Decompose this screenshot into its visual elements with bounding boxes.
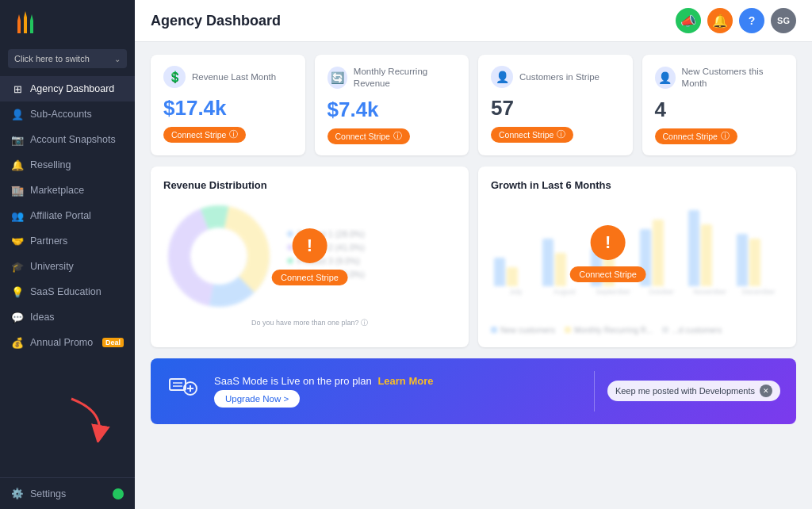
bar-label: December	[742, 288, 776, 296]
bar-label: September	[596, 288, 630, 296]
page-title: Agency Dashboard	[151, 13, 281, 29]
stat-label: Customers in Stripe	[519, 71, 599, 83]
nav-label: University	[30, 261, 124, 272]
legend-color	[491, 327, 497, 333]
connect-stripe-button-3[interactable]: Connect Stripe ⓘ	[491, 127, 573, 143]
bar-label: August	[553, 288, 576, 296]
svg-marker-5	[30, 14, 33, 21]
bar-mrr	[653, 220, 664, 286]
sidebar-item-partners[interactable]: 🤝 Partners	[0, 228, 135, 254]
nav-label: Reselling	[30, 159, 124, 170]
logo	[0, 0, 135, 44]
content-area: 💲 Revenue Last Month $17.4k Connect Stri…	[135, 42, 812, 509]
sidebar-item-agency-dashboard[interactable]: ⊞ Agency Dashboard	[0, 76, 135, 101]
sidebar: Click here to switch ⌄ ⊞ Agency Dashboar…	[0, 0, 135, 509]
btn-label: Connect Stripe	[335, 132, 390, 141]
connect-stripe-overlay-btn-2[interactable]: Connect Stripe	[569, 266, 646, 282]
money-icon: 💰	[11, 336, 24, 349]
sidebar-switcher[interactable]: Click here to switch ⌄	[8, 49, 127, 68]
bar-pair	[494, 258, 538, 286]
bottom-banner: SaaS Mode is Live on the pro plan Learn …	[151, 358, 796, 424]
bar-group-nov: November	[688, 210, 732, 296]
refresh-icon: 🔄	[327, 67, 347, 89]
sidebar-item-account-snapshots[interactable]: 📷 Account Snapshots	[0, 127, 135, 152]
avatar[interactable]: SG	[771, 8, 796, 33]
red-arrow-annotation	[56, 395, 111, 446]
legend-mrr: Monthly Recurring R...	[565, 326, 653, 335]
connect-stripe-button-2[interactable]: Connect Stripe ⓘ	[327, 128, 410, 144]
stat-header: 👤 New Customers this Month	[655, 66, 784, 90]
svg-marker-4	[30, 21, 33, 33]
topbar-icons: 📣 🔔 ? SG	[676, 8, 796, 33]
settings-label: Settings	[30, 488, 66, 499]
logo-icon	[13, 11, 41, 36]
stat-header: 💲 Revenue Last Month	[163, 66, 293, 88]
legend-new-customers: New customers	[491, 326, 555, 335]
revenue-distribution-card: Revenue Distribution Product 1 (28.0%)	[151, 166, 469, 347]
learn-more-link[interactable]: Learn More	[377, 375, 433, 387]
legend-label: New customers	[500, 326, 555, 335]
alert-icon-btn[interactable]: 🔔	[707, 8, 733, 33]
sidebar-item-annual-promo[interactable]: 💰 Annual Promo Deal	[0, 330, 135, 355]
nav-label: Ideas	[30, 312, 124, 323]
nav-label: Partners	[30, 235, 124, 247]
stat-label: Monthly Recurring Revenue	[354, 66, 456, 90]
chart-title: Growth in Last 6 Months	[491, 179, 783, 191]
connect-stripe-button-1[interactable]: Connect Stripe ⓘ	[163, 127, 246, 143]
stat-label: New Customers this Month	[682, 66, 783, 90]
btn-label: Connect Stripe	[663, 132, 718, 141]
svg-marker-1	[17, 14, 21, 21]
legend-label: ...d customers	[672, 326, 722, 335]
help-icon-btn[interactable]: ?	[739, 8, 764, 33]
revenue-warning-overlay: ! Connect Stripe	[271, 228, 348, 285]
stat-card-revenue: 💲 Revenue Last Month $17.4k Connect Stri…	[151, 55, 305, 155]
group-icon: 👥	[11, 209, 24, 222]
sidebar-item-ideas[interactable]: 💬 Ideas	[0, 304, 135, 330]
exclamation: !	[605, 232, 611, 253]
banner-main-text: SaaS Mode is Live on the pro plan Learn …	[214, 375, 581, 387]
growth-warning-overlay: ! Connect Stripe	[569, 225, 646, 282]
stats-row: 💲 Revenue Last Month $17.4k Connect Stri…	[151, 55, 796, 155]
stat-card-new-customers: 👤 New Customers this Month 4 Connect Str…	[642, 55, 797, 155]
sidebar-item-saas-education[interactable]: 💡 SaaS Education	[0, 279, 135, 304]
store-icon: 🏬	[11, 184, 24, 197]
deal-badge: Deal	[102, 338, 124, 347]
chart-title: Revenue Distribution	[163, 179, 456, 191]
sidebar-item-marketplace[interactable]: 🏬 Marketplace	[0, 178, 135, 203]
donut-chart	[163, 201, 274, 312]
svg-rect-12	[170, 379, 186, 390]
info-icon: ⓘ	[721, 131, 730, 142]
grid-icon: ⊞	[11, 82, 24, 95]
green-dot	[113, 488, 124, 499]
warning-icon: !	[292, 228, 327, 263]
connect-stripe-overlay-btn-1[interactable]: Connect Stripe	[271, 270, 348, 285]
bar-new	[688, 210, 699, 286]
bar-new	[494, 258, 505, 286]
gear-icon: ⚙️	[11, 488, 24, 499]
nav-label: Marketplace	[30, 185, 124, 196]
lightbulb-icon: 💡	[11, 285, 24, 298]
sidebar-item-affiliate-portal[interactable]: 👥 Affiliate Portal	[0, 203, 135, 228]
chart-footer-text: Do you have more than one plan? ⓘ	[163, 318, 456, 328]
main-content: Agency Dashboard 📣 🔔 ? SG 💲 Revenue Last…	[135, 0, 812, 509]
bar-mrr	[749, 239, 760, 286]
bar-mrr	[555, 253, 566, 286]
avatar-label: SG	[777, 16, 790, 25]
chart-legend: New customers Monthly Recurring R... ...…	[491, 326, 783, 335]
saas-text: SaaS Mode is Live on the pro plan	[214, 375, 372, 387]
sidebar-item-reselling[interactable]: 🔔 Reselling	[0, 152, 135, 178]
sidebar-item-university[interactable]: 🎓 University	[0, 254, 135, 279]
sidebar-settings[interactable]: ⚙️ Settings	[0, 477, 135, 509]
upgrade-now-button[interactable]: Upgrade Now >	[214, 390, 300, 408]
tag-close-button[interactable]: ✕	[760, 385, 772, 397]
tag-text: Keep me posted with Developments	[615, 386, 755, 396]
sidebar-item-sub-accounts[interactable]: 👤 Sub-Accounts	[0, 101, 135, 127]
bar-new	[737, 234, 748, 286]
notification-icon-btn[interactable]: 📣	[676, 8, 701, 33]
svg-marker-0	[17, 21, 21, 33]
connect-stripe-button-4[interactable]: Connect Stripe ⓘ	[655, 128, 737, 144]
bell-icon: 🔔	[712, 13, 728, 29]
users-icon: 👤	[491, 66, 513, 88]
banner-tag-input[interactable]: Keep me posted with Developments ✕	[607, 381, 780, 401]
bell-icon: 🔔	[11, 159, 24, 171]
